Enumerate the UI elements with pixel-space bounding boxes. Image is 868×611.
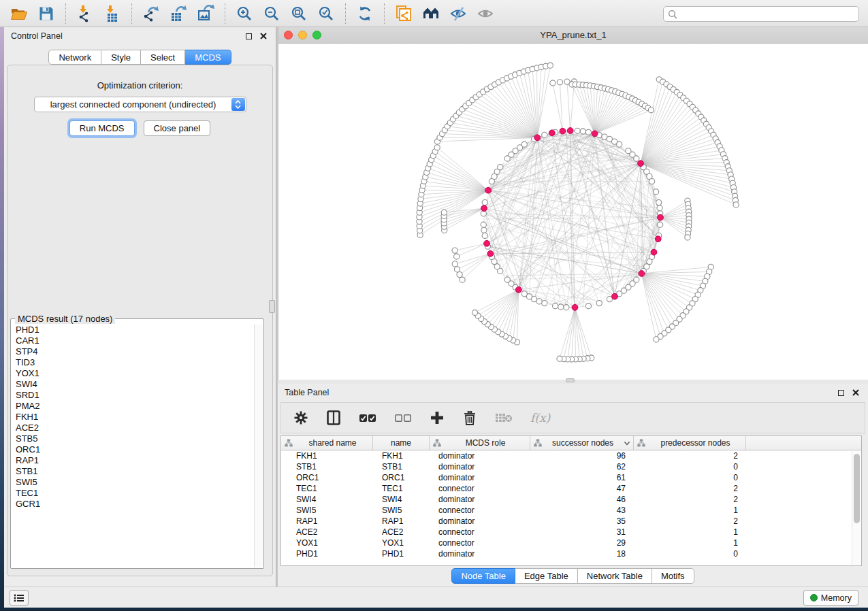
zoom-fit-icon[interactable] xyxy=(289,4,309,23)
mcds-result-item[interactable]: RAP1 xyxy=(12,455,254,466)
export-image-icon[interactable] xyxy=(195,4,216,23)
mcds-result-list[interactable]: PHD1CAR1STP4TID3YOX1SWI4SRD1PMA2FKH1ACE2… xyxy=(12,325,254,567)
network-from-selection-icon[interactable] xyxy=(393,4,414,23)
memory-button[interactable]: Memory xyxy=(803,590,858,606)
add-icon[interactable] xyxy=(430,409,445,427)
tab-select[interactable]: Select xyxy=(141,50,185,65)
mcds-result-item[interactable]: ORC1 xyxy=(12,444,254,455)
column-header-predecessor-nodes[interactable]: predecessor nodes xyxy=(634,436,746,450)
table-cell: 47 xyxy=(530,484,634,493)
search-box[interactable] xyxy=(663,6,859,22)
deselect-all-icon[interactable] xyxy=(394,409,412,427)
close-panel-icon[interactable] xyxy=(258,31,269,42)
table-row[interactable]: YOX1YOX1connector291 xyxy=(281,538,861,548)
select-all-icon[interactable] xyxy=(359,409,376,427)
import-network-icon[interactable] xyxy=(75,4,95,23)
close-panel-button[interactable]: Close panel xyxy=(144,120,211,136)
float-table-panel-icon[interactable] xyxy=(835,387,846,398)
network-graph[interactable] xyxy=(278,44,867,379)
table-scrollbar-thumb[interactable] xyxy=(854,454,860,523)
network-canvas[interactable] xyxy=(278,44,868,379)
table-row[interactable]: TEC1TEC1connector472 xyxy=(281,483,861,494)
mcds-result-item[interactable]: GCR1 xyxy=(12,499,254,510)
graph-ring-node xyxy=(498,165,503,170)
column-header-shared-name[interactable]: shared name xyxy=(281,436,373,450)
zoom-out-icon[interactable] xyxy=(261,4,282,23)
tab-edge-table[interactable]: Edge Table xyxy=(515,568,578,584)
mcds-result-item[interactable]: PHD1 xyxy=(12,325,254,335)
import-table-icon[interactable] xyxy=(102,4,123,23)
mcds-result-item[interactable]: STB5 xyxy=(12,433,254,444)
zoom-selected-icon[interactable] xyxy=(316,4,336,23)
float-panel-icon[interactable] xyxy=(243,31,254,42)
tab-mcds[interactable]: MCDS xyxy=(185,50,231,65)
vertical-splitter-handle[interactable] xyxy=(269,300,275,313)
first-neighbors-icon[interactable] xyxy=(421,4,441,23)
hide-selected-icon[interactable] xyxy=(448,4,468,23)
export-network-icon[interactable] xyxy=(141,4,161,23)
mcds-result-item[interactable]: YOX1 xyxy=(12,368,254,379)
table-scrollbar[interactable] xyxy=(852,451,861,565)
mcds-result-item[interactable]: FKH1 xyxy=(12,412,254,423)
tab-network[interactable]: Network xyxy=(48,50,101,65)
node-table[interactable]: shared namenameMCDS rolesuccessor nodesp… xyxy=(280,435,862,566)
mcds-result-item[interactable]: ACE2 xyxy=(12,423,254,433)
columns-icon[interactable] xyxy=(326,409,341,427)
mcds-result-group: MCDS result (17 nodes) PHD1CAR1STP4TID3Y… xyxy=(10,318,264,569)
column-header-MCDS-role[interactable]: MCDS role xyxy=(430,436,530,450)
mcds-result-item[interactable]: CAR1 xyxy=(12,335,254,346)
criterion-select[interactable]: largest connected component (undirected) xyxy=(34,97,246,112)
table-toolbar: f(x) xyxy=(280,402,865,433)
apply-layout-icon[interactable] xyxy=(355,4,375,23)
graph-ring-node xyxy=(580,129,585,134)
table-row[interactable]: SWI4SWI4dominator462 xyxy=(281,494,861,505)
mcds-result-scrollbar[interactable] xyxy=(254,325,263,567)
table-row[interactable]: SWI5SWI5connector431 xyxy=(281,505,861,516)
settings-gear-icon[interactable] xyxy=(293,409,308,427)
close-table-panel-icon[interactable] xyxy=(850,387,861,398)
table-row[interactable]: FKH1FKH1dominator962 xyxy=(281,450,861,461)
table-cell: 2 xyxy=(634,484,746,493)
column-header-successor-nodes[interactable]: successor nodes xyxy=(530,436,634,450)
graph-leaf-node xyxy=(457,272,462,278)
mcds-result-item[interactable]: TID3 xyxy=(12,357,254,368)
tab-style[interactable]: Style xyxy=(101,50,141,65)
run-mcds-button[interactable]: Run MCDS xyxy=(69,120,135,136)
zoom-in-icon[interactable] xyxy=(234,4,255,23)
mcds-result-item[interactable]: SWI4 xyxy=(12,379,254,390)
task-history-button[interactable] xyxy=(10,590,29,606)
horizontal-splitter-handle[interactable] xyxy=(566,378,575,382)
search-input[interactable] xyxy=(680,10,858,19)
toolbar-separator xyxy=(384,3,385,24)
graph-ring-node xyxy=(564,305,569,310)
table-cell: 1 xyxy=(634,527,746,537)
table-row[interactable]: ORC1ORC1dominator610 xyxy=(281,472,861,483)
show-all-icon[interactable] xyxy=(475,4,496,23)
export-table-icon[interactable] xyxy=(168,4,189,23)
toolbar-separator xyxy=(225,3,225,24)
table-row[interactable]: ACE2ACE2connector311 xyxy=(281,527,861,538)
column-header-name[interactable]: name xyxy=(373,436,430,450)
graph-leaf-node xyxy=(472,310,478,315)
graph-nodes xyxy=(417,63,739,362)
mcds-result-item[interactable]: PMA2 xyxy=(12,401,254,412)
graph-ring-node xyxy=(575,128,580,133)
tab-motifs[interactable]: Motifs xyxy=(652,568,694,584)
open-file-icon[interactable] xyxy=(9,4,29,23)
mcds-result-item[interactable]: STB1 xyxy=(12,466,254,477)
table-row[interactable]: STB1STB1dominator620 xyxy=(281,461,861,472)
mcds-result-item[interactable]: SWI5 xyxy=(12,477,254,488)
delete-icon[interactable] xyxy=(462,409,477,427)
graph-mcds-hub-node xyxy=(534,135,541,141)
tab-network-table[interactable]: Network Table xyxy=(578,568,652,584)
save-session-icon[interactable] xyxy=(36,4,57,23)
mcds-result-item[interactable]: TEC1 xyxy=(12,488,254,499)
table-row[interactable]: PHD1PHD1dominator180 xyxy=(281,548,861,559)
graph-mcds-hub-node xyxy=(658,214,664,220)
mcds-result-item[interactable]: STP4 xyxy=(12,346,254,357)
tab-node-table[interactable]: Node Table xyxy=(451,568,515,584)
mcds-result-item[interactable]: SRD1 xyxy=(12,390,254,401)
table-row[interactable]: RAP1RAP1dominator352 xyxy=(281,516,861,527)
graph-leaf-node xyxy=(441,210,447,215)
network-window-titlebar[interactable]: YPA_prune.txt_1 xyxy=(278,27,868,44)
